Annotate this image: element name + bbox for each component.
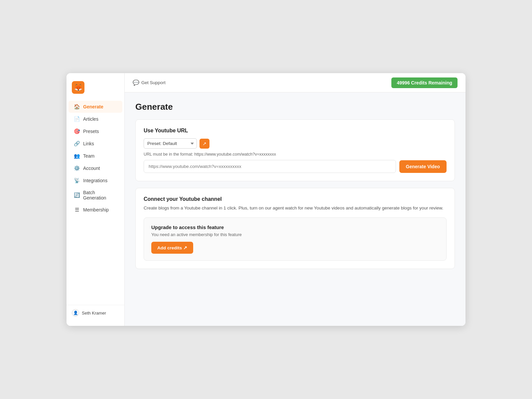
links-icon: 🔗 [74, 141, 80, 147]
upgrade-box: Upgrade to access this feature You need … [144, 217, 447, 261]
support-label: Get Support [141, 80, 166, 85]
sidebar-item-integrations[interactable]: 📡 Integrations [68, 175, 122, 187]
url-input-row: Generate Video [144, 160, 447, 173]
youtube-url-input[interactable] [144, 160, 396, 173]
channel-card: Connect your Youtube channel Create blog… [135, 188, 455, 269]
credits-label: 49996 Credits Remaining [397, 80, 452, 85]
support-chat-icon: 💬 [133, 79, 139, 86]
sidebar-item-articles[interactable]: 📄 Articles [68, 113, 122, 125]
sidebar-label-generate: Generate [83, 104, 103, 109]
channel-card-title: Connect your Youtube channel [144, 196, 447, 202]
generate-icon: 🏠 [74, 104, 80, 110]
add-credits-button[interactable]: Add credits ↗ [151, 242, 193, 254]
user-name: Seth Kramer [82, 311, 106, 316]
sidebar-item-team[interactable]: 👥 Team [68, 150, 122, 162]
team-icon: 👥 [74, 153, 80, 159]
sidebar-item-links[interactable]: 🔗 Links [68, 138, 122, 150]
upgrade-box-title: Upgrade to access this feature [151, 224, 439, 230]
sidebar-item-account[interactable]: ⚙️ Account [68, 162, 122, 174]
user-profile[interactable]: 👤 Seth Kramer [72, 309, 119, 317]
batch-icon: 🔄 [74, 192, 80, 198]
sidebar-label-batch: Batch Generation [83, 190, 117, 200]
page-title: Generate [135, 102, 455, 112]
articles-icon: 📄 [74, 116, 80, 122]
content-area: Generate Use Youtube URL Preset: Default… [125, 92, 466, 326]
sidebar-item-presets[interactable]: 🎯 Presets [68, 125, 122, 137]
sidebar-label-articles: Articles [83, 116, 98, 122]
main-area: 💬 Get Support 49996 Credits Remaining Ge… [125, 73, 466, 326]
sidebar-item-batch[interactable]: 🔄 Batch Generation [68, 187, 122, 203]
preset-row: Preset: Default ↗ [144, 138, 447, 149]
sidebar-label-links: Links [83, 141, 94, 146]
account-icon: ⚙️ [74, 165, 80, 171]
credits-badge[interactable]: 49996 Credits Remaining [391, 77, 458, 88]
sidebar: 🦊 🏠 Generate 📄 Articles 🎯 Presets 🔗 Link… [66, 73, 125, 326]
app-logo-icon: 🦊 [72, 81, 84, 94]
edit-icon: ↗ [202, 141, 206, 146]
integrations-icon: 📡 [74, 178, 80, 184]
sidebar-item-membership[interactable]: ☰ Membership [68, 204, 122, 216]
preset-select[interactable]: Preset: Default [144, 138, 197, 149]
sidebar-label-team: Team [83, 153, 94, 159]
upgrade-box-description: You need an active membership for this f… [151, 232, 439, 237]
preset-edit-button[interactable]: ↗ [200, 139, 209, 149]
sidebar-bottom: 👤 Seth Kramer [66, 305, 124, 321]
get-support-button[interactable]: 💬 Get Support [133, 78, 166, 87]
presets-icon: 🎯 [74, 128, 80, 134]
sidebar-label-membership: Membership [83, 207, 109, 212]
url-format-hint: URL must be in the format: https://www.y… [144, 152, 447, 157]
nav-items: 🏠 Generate 📄 Articles 🎯 Presets 🔗 Links … [66, 100, 124, 216]
youtube-url-card-title: Use Youtube URL [144, 128, 447, 134]
sidebar-logo: 🦊 [66, 78, 124, 100]
topbar: 💬 Get Support 49996 Credits Remaining [125, 73, 466, 92]
channel-card-description: Create blogs from a Youtube channel in 1… [144, 205, 447, 211]
user-avatar-icon: 👤 [72, 309, 79, 317]
app-window: 🦊 🏠 Generate 📄 Articles 🎯 Presets 🔗 Link… [66, 73, 466, 326]
membership-icon: ☰ [74, 207, 80, 213]
generate-video-button[interactable]: Generate Video [399, 160, 447, 173]
sidebar-label-presets: Presets [83, 129, 99, 134]
sidebar-label-integrations: Integrations [83, 178, 107, 183]
sidebar-label-account: Account [83, 166, 100, 171]
youtube-url-card: Use Youtube URL Preset: Default ↗ URL mu… [135, 119, 455, 181]
sidebar-item-generate[interactable]: 🏠 Generate [68, 101, 122, 113]
